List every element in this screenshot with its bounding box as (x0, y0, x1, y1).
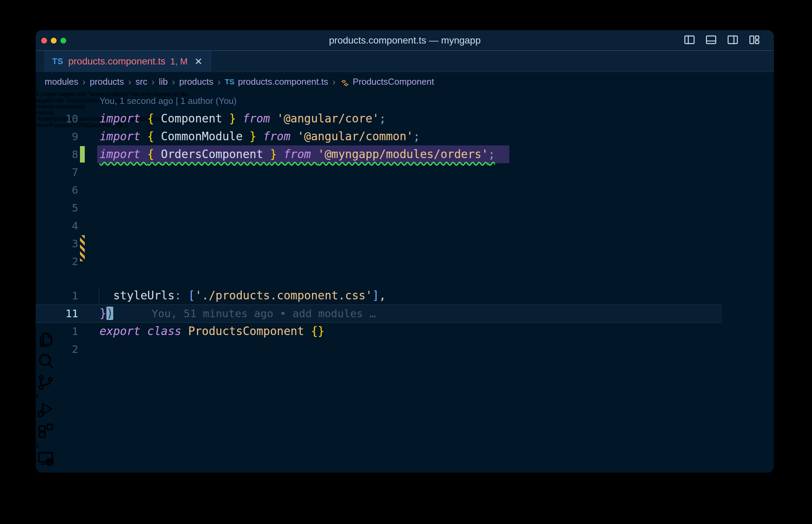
breadcrumb-file-label: products.component.ts (238, 76, 328, 87)
line-number: 5 (36, 199, 78, 217)
breadcrumb-separator-icon: › (218, 76, 221, 87)
token-str: './products.component.css' (195, 289, 372, 302)
ts-file-icon: TS (225, 78, 234, 86)
breadcrumb-symbol[interactable]: ProductsComponent (340, 76, 434, 87)
window-title: products.component.ts — myngapp (36, 30, 774, 51)
activity-item-explorer[interactable] (36, 330, 774, 351)
token-id: OrdersComponent (161, 147, 270, 161)
token-id: , (379, 289, 386, 302)
line-number: 9 (36, 128, 78, 145)
code-line: import { OrdersComponent } from '@myngap… (100, 145, 495, 163)
token-kw: from (283, 147, 317, 161)
panel-right-icon (726, 33, 739, 46)
activity-item-extensions[interactable]: 1 (36, 421, 774, 449)
close-tab-icon[interactable]: ✕ (195, 56, 202, 67)
line-number: 2 (36, 252, 78, 270)
gitlens-codelens[interactable]: You, 1 second ago | 1 author (You) (100, 92, 236, 110)
breadcrumb-separator-icon: › (151, 76, 154, 87)
search-icon (36, 351, 56, 371)
token-brace: } (270, 147, 284, 161)
code-text: import { CommonModule } from '@angular/c… (100, 130, 420, 143)
code-line: import { Component } from '@angular/core… (100, 110, 386, 128)
token-kw: from (243, 112, 277, 125)
token-kw: import (100, 112, 147, 125)
toggle-secondary-sidebar-button[interactable] (726, 33, 739, 48)
token-kw: import (100, 130, 147, 143)
files-icon (36, 330, 56, 350)
breadcrumb-separator-icon: › (332, 76, 335, 87)
token-id: styleUrls (100, 289, 175, 302)
toggle-panel-button[interactable] (705, 33, 718, 48)
breadcrumb: modules›products›src›lib›products›TSprod… (36, 72, 734, 91)
token-pun: ; (488, 147, 495, 161)
activity-bar: 811 (36, 330, 774, 473)
class-icon (340, 78, 350, 88)
token-str: '@angular/common' (297, 130, 413, 143)
activity-item-source-control[interactable]: 8 (36, 372, 774, 400)
panel-left-icon (683, 33, 696, 46)
token-pun: : (175, 289, 188, 302)
class-icon (340, 78, 350, 88)
breadcrumb-folder[interactable]: src (136, 76, 148, 87)
token-str: '@myngapp/modules/orders' (318, 147, 488, 161)
token-kw: from (263, 130, 297, 143)
token-pun: ; (413, 130, 420, 143)
token-pun: ; (379, 112, 386, 125)
line-number: 6 (36, 181, 78, 199)
inline-git-blame: You, 51 minutes ago • add modules … (152, 307, 376, 320)
breadcrumb-file[interactable]: TSproducts.component.ts (225, 76, 328, 87)
line-number: 8 (36, 145, 78, 163)
tab-products-component[interactable]: TS products.component.ts 1, M ✕ (44, 51, 211, 72)
breadcrumb-symbol-label: ProductsComponent (353, 76, 434, 87)
token-brace: { (147, 130, 161, 143)
tab-filename: products.component.ts (68, 56, 165, 67)
breadcrumb-separator-icon: › (172, 76, 175, 87)
token-brace: } (229, 112, 243, 125)
tab-decorations: 1, M (170, 56, 188, 67)
vscode-window: products.component.ts — myngapp TS produ… (36, 30, 774, 473)
code-line: })You, 51 minutes ago • add modules … (100, 305, 376, 322)
breadcrumb-folder[interactable]: products (90, 76, 124, 87)
token-bracket: ] (372, 289, 379, 302)
activity-badge: 1 (36, 442, 774, 449)
breadcrumb-folder[interactable]: lib (159, 76, 168, 87)
line-number: 11 (36, 305, 78, 322)
breadcrumb-separator-icon: › (82, 76, 85, 87)
activity-badge: 8 (36, 394, 774, 400)
token-brace: { (147, 147, 161, 161)
vim-block-cursor: ) (106, 307, 113, 320)
customize-layout-button[interactable] (748, 33, 761, 48)
token-str: '@angular/core' (277, 112, 379, 125)
layout-controls (683, 30, 761, 51)
line-number: 1 (36, 287, 78, 305)
breadcrumb-folder[interactable]: products (179, 76, 213, 87)
line-number: 10 (36, 110, 78, 128)
token-id: Component (161, 112, 229, 125)
token-id: CommonModule (161, 130, 250, 143)
activity-item-search[interactable] (36, 351, 774, 372)
token-kw: import (100, 147, 147, 161)
code-text: }) (100, 307, 113, 320)
line-number: 3 (36, 235, 78, 252)
source-control-icon (36, 372, 56, 392)
remote-explorer-icon (36, 449, 56, 468)
git-gutter-modified-marker (80, 235, 85, 261)
ts-file-icon: TS (52, 57, 63, 66)
line-number: 4 (36, 217, 78, 235)
breadcrumb-folder[interactable]: modules (45, 76, 78, 87)
extensions-icon (36, 421, 56, 441)
ellipsis-icon (36, 470, 56, 473)
activity-item-remote-explorer[interactable] (36, 449, 774, 470)
token-kw2: } (100, 307, 106, 320)
token-brace: { (147, 112, 161, 125)
activity-item-more-views[interactable] (36, 470, 774, 473)
titlebar: products.component.ts — myngapp (36, 30, 774, 51)
code-line: import { CommonModule } from '@angular/c… (100, 128, 420, 145)
indent-guide (99, 287, 99, 305)
code-line: styleUrls: ['./products.component.css'], (100, 287, 386, 305)
code-text: styleUrls: ['./products.component.css'], (100, 289, 386, 302)
breadcrumb-separator-icon: › (128, 76, 131, 87)
activity-item-run-debug[interactable] (36, 400, 774, 421)
debug-icon (36, 400, 56, 420)
toggle-primary-sidebar-button[interactable] (683, 33, 696, 48)
